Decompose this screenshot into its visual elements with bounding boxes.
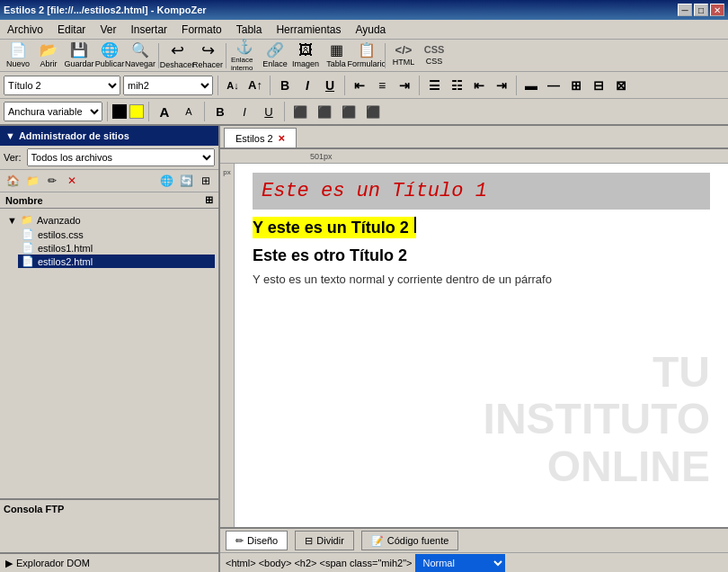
tab-dividir[interactable]: ⊟ Dividir — [295, 531, 354, 550]
tabla-label: Tabla — [326, 59, 346, 68]
underline2-btn[interactable]: U — [258, 102, 280, 121]
editor-content[interactable]: Este es un Título 1 Y este es un Título … — [235, 164, 728, 527]
sidebar-folder-btn[interactable]: 📁 — [23, 172, 41, 190]
file-estilos2-html[interactable]: 📄 estilos2.html — [18, 255, 215, 268]
tab-estilos2[interactable]: Estilos 2 × — [224, 128, 297, 147]
bg-color-btn[interactable] — [129, 104, 144, 119]
outdent-btn[interactable]: ⇤ — [469, 76, 489, 95]
sidebar-home-btn[interactable]: 🏠 — [4, 172, 22, 190]
increase-font-btn[interactable]: A↑ — [245, 76, 265, 95]
menu-ver[interactable]: Ver — [93, 22, 123, 38]
sidebar-header: ▼ Administrador de sitios — [0, 126, 218, 146]
sidebar-expand-btn[interactable]: ⊞ — [197, 172, 215, 190]
deshacer-btn[interactable]: ↩ Deshacer — [163, 42, 191, 69]
file-estilos1-html[interactable]: 📄 estilos1.html — [18, 241, 215, 255]
dom-panel[interactable]: ▶ Explorador DOM — [0, 552, 218, 572]
menu-insertar[interactable]: Insertar — [123, 22, 174, 38]
menu-tabla[interactable]: Tabla — [229, 22, 270, 38]
view-label: Ver: — [4, 152, 22, 163]
align-right-btn[interactable]: ⇥ — [395, 76, 414, 95]
guardar-btn[interactable]: 💾 Guardar — [65, 42, 93, 69]
folder-label: Avanzado — [37, 215, 81, 226]
maximize-btn[interactable]: □ — [694, 4, 708, 16]
toolbar-sep-2 — [226, 43, 226, 68]
abrir-btn[interactable]: 📂 Abrir — [34, 42, 63, 69]
hr-btn[interactable]: ― — [544, 76, 564, 95]
name-header-label: Nombre — [5, 195, 43, 206]
tree-folder-avanzado[interactable]: ▼ 📁 Avanzado — [4, 212, 215, 228]
main-area: ▼ Administrador de sitios Ver: Todos los… — [0, 126, 728, 572]
editor-tabs: Estilos 2 × — [220, 126, 728, 149]
html-btn[interactable]: </> HTML — [389, 42, 418, 69]
style-select[interactable]: Título 1Título 2Título 3NormalPárrafo — [4, 76, 120, 95]
formulario-btn[interactable]: 📋 Formulario — [352, 42, 381, 69]
file-estilos-css[interactable]: 📄 estilos.css — [18, 228, 215, 241]
sidebar-edit-btn[interactable]: ✏ — [43, 172, 61, 190]
tab-codigo[interactable]: 📝 Código fuente — [361, 531, 459, 550]
dom-arrow: ▶ — [5, 558, 13, 569]
align-left-btn[interactable]: ⇤ — [350, 76, 369, 95]
sidebar-collapse-arrow[interactable]: ▼ — [5, 130, 15, 141]
enlace-interno-btn[interactable]: ⚓ Enlace interno — [230, 42, 259, 69]
nuevo-btn[interactable]: 📄 Nuevo — [4, 42, 32, 69]
full2-btn[interactable]: ⬛ — [362, 102, 384, 121]
table-row-btn[interactable]: ⊠ — [611, 76, 631, 95]
minimize-btn[interactable]: ─ — [678, 4, 692, 16]
rehacer-btn[interactable]: ↪ Rehacer — [193, 42, 222, 69]
list-ul-btn[interactable]: ☰ — [424, 76, 444, 95]
enlace-btn[interactable]: 🔗 Enlace — [261, 42, 289, 69]
folder-icon: 📁 — [21, 214, 33, 226]
h2-mih2-content: Y este es un Título 2 — [253, 219, 409, 237]
align-center-btn[interactable]: ≡ — [372, 76, 392, 95]
right2-btn[interactable]: ⬛ — [338, 102, 360, 121]
block-btn[interactable]: ▬ — [521, 76, 541, 95]
ftp-panel: Consola FTP — [0, 498, 218, 552]
view-select[interactable]: Todos los archivosSitio web — [27, 148, 215, 166]
table-inline-btn[interactable]: ⊞ — [566, 76, 586, 95]
sidebar-refresh-btn[interactable]: 🔄 — [177, 172, 195, 190]
list-ol-btn[interactable]: ☷ — [447, 76, 466, 95]
sidebar-delete-btn[interactable]: ✕ — [63, 172, 81, 190]
indent-btn[interactable]: ⇥ — [492, 76, 511, 95]
big-a-btn[interactable]: A — [154, 102, 175, 121]
ruler-vertical: px — [220, 164, 235, 527]
bold2-btn[interactable]: B — [209, 102, 231, 121]
italic2-btn[interactable]: I — [234, 102, 255, 121]
publicar-label: Publicar — [95, 59, 125, 68]
font-select[interactable]: mih2ArialTimes New RomanCourier New — [123, 76, 213, 95]
menu-herramientas[interactable]: Herramientas — [269, 22, 348, 38]
editor-area: 501px px Este es un Título 1 Y este es u… — [220, 149, 728, 527]
decrease-font-btn[interactable]: A↓ — [223, 76, 243, 95]
italic-btn[interactable]: I — [297, 76, 317, 95]
toolbar-sep-3 — [385, 43, 386, 68]
css-icon: CSS — [424, 45, 445, 55]
toolbar2-sep-3 — [344, 76, 345, 95]
navegar-btn[interactable]: 🔍 Navegar — [126, 42, 155, 69]
menu-ayuda[interactable]: Ayuda — [348, 22, 393, 38]
html-label: HTML — [393, 58, 415, 67]
underline-btn[interactable]: U — [320, 76, 340, 95]
menu-archivo[interactable]: Archivo — [0, 22, 50, 38]
left2-btn[interactable]: ⬛ — [289, 102, 311, 121]
sidebar-web-btn[interactable]: 🌐 — [157, 172, 175, 190]
menu-formato[interactable]: Formato — [174, 22, 229, 38]
tab-close-btn[interactable]: × — [279, 131, 286, 145]
enlace-interno-label: Enlace interno — [231, 56, 258, 72]
css-btn[interactable]: CSS CSS — [420, 42, 448, 69]
menu-editar[interactable]: Editar — [50, 22, 93, 38]
imagen-label: Imagen — [292, 59, 319, 68]
fg-color-btn[interactable] — [112, 104, 127, 119]
imagen-btn[interactable]: 🖼 Imagen — [291, 42, 320, 69]
tabla-btn[interactable]: ▦ Tabla — [322, 42, 351, 69]
tab-diseno[interactable]: ✏ Diseño — [226, 531, 288, 550]
publicar-btn[interactable]: 🌐 Publicar — [95, 42, 124, 69]
table-col-btn[interactable]: ⊟ — [589, 76, 608, 95]
center2-btn[interactable]: ⬛ — [314, 102, 335, 121]
publicar-icon: 🌐 — [101, 43, 119, 58]
width-select[interactable]: Anchura variableAnchura fija — [4, 102, 102, 121]
bold-btn[interactable]: B — [275, 76, 295, 95]
p-normal-text: Y esto es un texto normal y corriente de… — [253, 273, 710, 286]
close-btn[interactable]: ✕ — [710, 4, 724, 16]
mode-select[interactable]: NormalQuickInsert — [415, 554, 505, 572]
small-a-btn[interactable]: A — [178, 102, 200, 121]
